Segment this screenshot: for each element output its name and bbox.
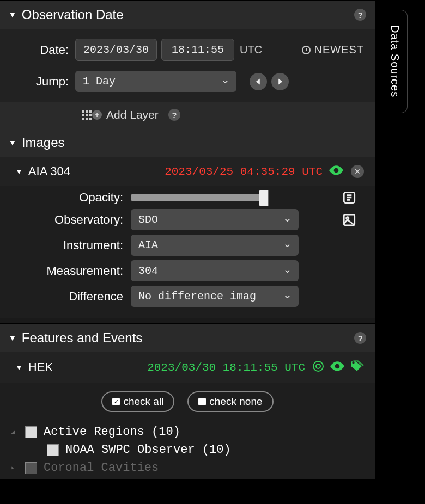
data-sources-tab[interactable]: Data Sources bbox=[382, 10, 408, 113]
collapse-icon[interactable]: ▼ bbox=[15, 363, 23, 372]
arrow-left-icon bbox=[254, 78, 262, 85]
tree-label: Coronal Cavities bbox=[44, 461, 159, 475]
collapse-icon: ▼ bbox=[9, 334, 16, 342]
hek-header: ▼ HEK 2023/03/30 18:11:55 UTC bbox=[0, 352, 375, 383]
utc-label: UTC bbox=[240, 44, 262, 56]
observatory-select[interactable]: SDO bbox=[131, 209, 299, 230]
jump-back-button[interactable] bbox=[250, 73, 267, 90]
caret-icon: ▸ bbox=[11, 464, 19, 472]
opacity-slider[interactable] bbox=[131, 194, 267, 201]
instrument-select[interactable]: AIA bbox=[131, 235, 299, 256]
difference-select[interactable]: No difference imag bbox=[131, 286, 299, 307]
save-icon[interactable] bbox=[342, 190, 356, 205]
target-icon[interactable] bbox=[312, 360, 325, 375]
tree-label: NOAA SWPC Observer (10) bbox=[65, 443, 231, 457]
arrow-right-icon bbox=[276, 78, 284, 85]
jump-label: Jump: bbox=[11, 75, 75, 89]
section-title: Observation Date bbox=[22, 7, 124, 22]
newest-button[interactable]: NEWEST bbox=[302, 44, 364, 56]
clock-icon bbox=[302, 46, 311, 54]
difference-label: Difference bbox=[11, 290, 131, 304]
observation-date-header[interactable]: ▼ Observation Date ? bbox=[0, 0, 375, 29]
tree-item[interactable]: ◢ Active Regions (10) bbox=[11, 423, 364, 441]
image-icon[interactable] bbox=[342, 213, 356, 227]
jump-select[interactable]: 1 Day bbox=[75, 71, 236, 92]
collapse-icon[interactable]: ▼ bbox=[15, 167, 23, 176]
tree-item[interactable]: ▸ Coronal Cavities bbox=[11, 459, 364, 477]
plus-icon: + bbox=[92, 110, 102, 120]
svg-point-2 bbox=[347, 217, 349, 219]
tree-checkbox[interactable] bbox=[25, 426, 37, 438]
help-icon[interactable]: ? bbox=[354, 332, 366, 344]
measurement-label: Measurement: bbox=[11, 264, 131, 278]
section-title: Images bbox=[22, 135, 65, 150]
tree-checkbox[interactable] bbox=[47, 444, 59, 456]
hek-title: HEK bbox=[28, 360, 53, 374]
add-layer-button[interactable]: + Add Layer bbox=[92, 108, 159, 121]
check-none-button[interactable]: check none bbox=[187, 391, 273, 412]
date-label: Date: bbox=[11, 43, 75, 57]
measurement-select[interactable]: 304 bbox=[131, 260, 299, 281]
collapse-icon: ▼ bbox=[9, 138, 16, 147]
layer-header: ▼ AIA 304 2023/03/25 04:35:29 UTC ✕ bbox=[0, 157, 375, 186]
svg-point-4 bbox=[316, 364, 320, 368]
opacity-label: Opacity: bbox=[11, 190, 131, 205]
caret-icon: ◢ bbox=[11, 428, 19, 436]
observatory-label: Observatory: bbox=[11, 213, 131, 227]
tree-checkbox[interactable] bbox=[25, 462, 37, 474]
checkbox-icon: ✓ bbox=[112, 398, 120, 405]
eye-icon[interactable] bbox=[329, 165, 343, 177]
layer-name: AIA 304 bbox=[28, 164, 70, 179]
help-icon[interactable]: ? bbox=[168, 109, 180, 121]
eye-icon[interactable] bbox=[330, 361, 344, 373]
images-header[interactable]: ▼ Images bbox=[0, 128, 375, 157]
jump-forward-button[interactable] bbox=[271, 73, 289, 90]
time-input[interactable] bbox=[161, 39, 234, 61]
hek-timestamp: 2023/03/30 18:11:55 UTC bbox=[147, 361, 305, 374]
close-icon[interactable]: ✕ bbox=[351, 165, 364, 178]
tree-label: Active Regions (10) bbox=[44, 425, 180, 439]
help-icon[interactable]: ? bbox=[354, 9, 366, 21]
grid-icon[interactable] bbox=[82, 110, 92, 120]
svg-point-3 bbox=[313, 361, 323, 371]
collapse-icon: ▼ bbox=[9, 10, 16, 19]
slider-thumb[interactable] bbox=[259, 190, 269, 206]
tree-item[interactable]: NOAA SWPC Observer (10) bbox=[33, 441, 364, 459]
check-all-button[interactable]: ✓ check all bbox=[101, 391, 174, 412]
features-header[interactable]: ▼ Features and Events ? bbox=[0, 323, 375, 352]
layer-timestamp: 2023/03/25 04:35:29 UTC bbox=[165, 165, 323, 178]
checkbox-icon bbox=[198, 398, 206, 405]
section-title: Features and Events bbox=[22, 330, 142, 346]
tags-icon[interactable] bbox=[350, 360, 364, 374]
date-input[interactable] bbox=[75, 39, 157, 61]
instrument-label: Instrument: bbox=[11, 238, 131, 253]
